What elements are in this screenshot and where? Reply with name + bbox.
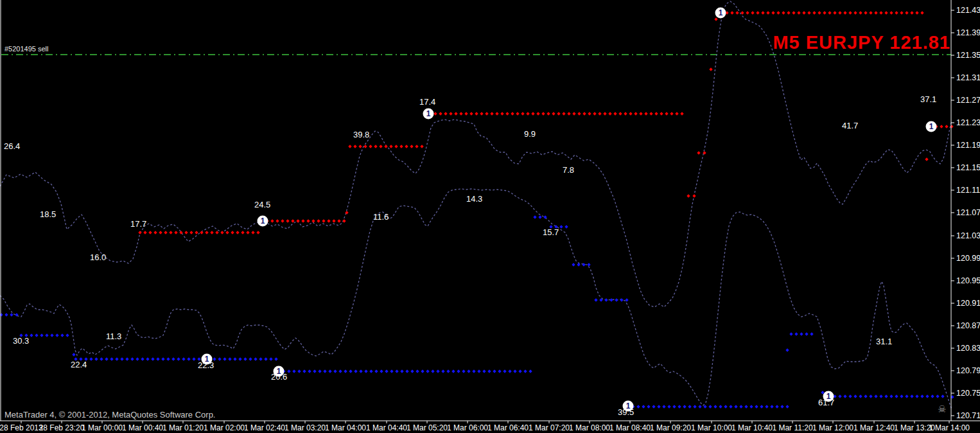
support-dotted-line (410, 369, 414, 373)
resistance-dotted-line (153, 231, 157, 234)
price-axis-label: 121.355 (956, 51, 980, 60)
support-dotted-line (60, 333, 64, 337)
support-dotted-line (518, 369, 521, 373)
time-axis-label: 1 Mar 00:40 (122, 423, 163, 432)
support-dotted-line (582, 263, 585, 266)
support-dotted-line (529, 369, 532, 373)
resistance-dotted-line (572, 112, 575, 115)
support-dotted-line (344, 369, 347, 373)
price-axis[interactable]: 121.435121.395121.355121.315121.275121.2… (951, 0, 980, 421)
support-dotted-line (161, 357, 164, 360)
support-dotted-line (380, 369, 383, 373)
support-dotted-line (636, 405, 640, 408)
support-dotted-line (436, 369, 439, 373)
platform-watermark: MetaTrader 4, © 2001-2012, MetaQuotes So… (4, 410, 216, 420)
support-dotted-line (719, 405, 722, 408)
support-dotted-line (369, 369, 372, 373)
resistance-dotted-line (660, 112, 663, 115)
support-dotted-line (513, 369, 516, 373)
resistance-dotted-line (577, 112, 581, 115)
time-axis-label: 1 Mar 03:20 (284, 423, 326, 432)
resistance-dotted-line (384, 145, 387, 148)
resistance-dotted-line (358, 145, 362, 148)
support-dotted-line (789, 332, 792, 335)
price-axis-label: 121.435 (956, 6, 980, 15)
resistance-dotted-line (236, 231, 239, 234)
time-axis-label: 1 Mar 12:40 (853, 423, 895, 432)
resistance-dotted-line (598, 112, 601, 115)
support-dotted-line (359, 369, 362, 373)
support-dotted-line (308, 369, 311, 373)
support-dotted-line (678, 405, 681, 408)
pivot-value-label: 17.7 (130, 219, 146, 229)
resistance-dotted-line (608, 112, 611, 115)
resistance-dotted-line (649, 112, 652, 115)
resistance-dotted-line (654, 112, 658, 115)
support-dotted-line (472, 369, 475, 373)
support-dotted-line (662, 405, 665, 408)
support-dotted-line (151, 357, 154, 360)
resistance-dotted-line (215, 231, 218, 234)
support-dotted-line (105, 357, 108, 360)
price-axis-label: 120.835 (956, 344, 980, 353)
support-dotted-line (446, 369, 450, 373)
pivot-value-label: 37.1 (920, 94, 936, 104)
price-axis-label: 120.915 (956, 299, 980, 308)
resistance-dotted-line (433, 112, 437, 115)
support-dotted-line (533, 215, 536, 218)
resistance-dotted-line (797, 11, 800, 14)
time-axis-label: 1 Mar 07:20 (529, 423, 570, 432)
support-dotted-line (739, 405, 742, 408)
support-dotted-line (594, 298, 597, 301)
support-dotted-line (338, 369, 342, 373)
support-dotted-line (729, 405, 732, 408)
support-dotted-line (254, 357, 257, 360)
resistance-dotted-line (735, 11, 739, 14)
red-dot (687, 194, 690, 197)
resistance-dotted-line (675, 112, 678, 115)
resistance-dotted-line (787, 11, 790, 14)
resistance-dotted-line (200, 231, 203, 234)
support-dotted-line (302, 369, 306, 373)
time-axis-label: 1 Mar 04:40 (366, 423, 407, 432)
time-axis-label: 1 Mar 00:00 (82, 423, 123, 432)
resistance-dotted-line (634, 112, 637, 115)
support-dotted-line (243, 357, 247, 360)
support-dotted-line (55, 333, 58, 337)
pivot-value-label: 22.4 (71, 360, 87, 369)
resistance-dotted-line (818, 11, 821, 14)
resistance-dotted-line (603, 112, 606, 115)
resistance-dotted-line (296, 219, 299, 222)
resistance-dotted-line (379, 145, 382, 148)
resistance-dotted-line (828, 11, 831, 14)
support-dotted-line (482, 369, 486, 373)
time-axis-label: 1 Mar 06:40 (487, 423, 529, 432)
time-axis-label: 28 Feb 23:20 (39, 423, 85, 432)
resistance-dotted-line (205, 231, 208, 234)
support-dotted-line (853, 394, 857, 398)
chart-plot-area[interactable]: 26.418.516.017.724.539.811.617.414.39.97… (0, 0, 980, 433)
support-dotted-line (538, 215, 541, 218)
time-axis[interactable]: 28 Feb 201328 Feb 23:201 Mar 00:001 Mar … (0, 421, 980, 433)
support-dotted-line (800, 332, 803, 335)
support-dotted-line (879, 394, 882, 398)
pivot-value-label: 41.7 (842, 121, 858, 130)
resistance-dotted-line (353, 145, 356, 148)
support-dotted-line (457, 369, 460, 373)
resistance-dotted-line (516, 112, 519, 115)
support-dotted-line (625, 298, 628, 301)
time-axis-label: 1 Mar 02:00 (204, 423, 245, 432)
resistance-dotted-line (143, 231, 146, 234)
time-axis-label: 1 Mar 02:40 (244, 423, 285, 432)
support-dotted-line (503, 369, 506, 373)
support-dotted-line (864, 394, 867, 398)
support-dotted-line (156, 357, 159, 360)
resistance-dotted-line (148, 231, 152, 234)
price-axis-label: 120.955 (956, 276, 980, 285)
blue-dot (785, 348, 789, 351)
resistance-dotted-line (802, 11, 805, 14)
price-axis-label: 120.995 (956, 254, 980, 263)
pivot-value-label: 31.1 (876, 337, 892, 346)
resistance-dotted-line (567, 112, 570, 115)
resistance-dotted-line (670, 112, 673, 115)
